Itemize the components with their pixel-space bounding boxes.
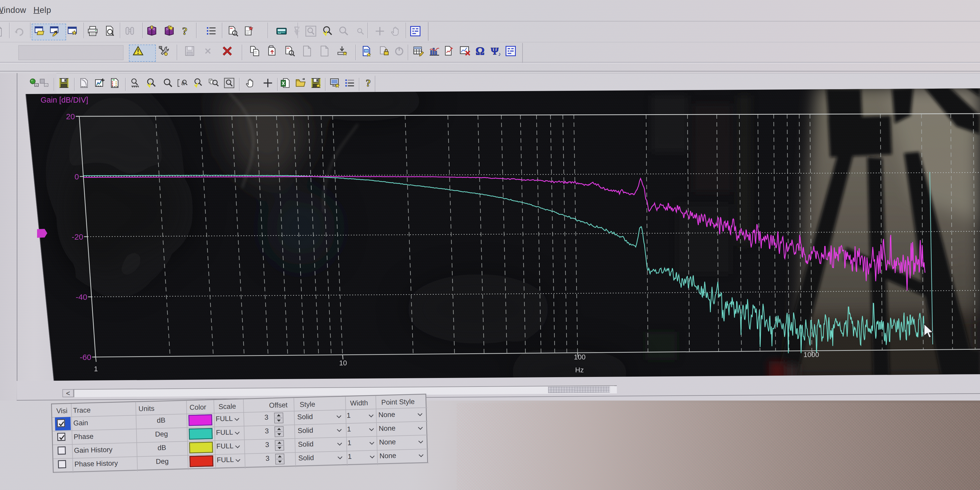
svg-text:100: 100 xyxy=(574,353,585,361)
svg-text:Hz: Hz xyxy=(575,366,584,374)
svg-text:10: 10 xyxy=(339,359,347,367)
svg-text:-40: -40 xyxy=(76,293,87,301)
svg-text:-60: -60 xyxy=(80,353,91,361)
svg-text:Gain [dB/DIV]: Gain [dB/DIV] xyxy=(41,95,88,104)
svg-text:-20: -20 xyxy=(72,232,83,241)
svg-text:0: 0 xyxy=(75,172,79,181)
svg-text:20: 20 xyxy=(66,112,75,121)
svg-text:1000: 1000 xyxy=(803,351,819,359)
svg-text:1: 1 xyxy=(94,365,98,373)
